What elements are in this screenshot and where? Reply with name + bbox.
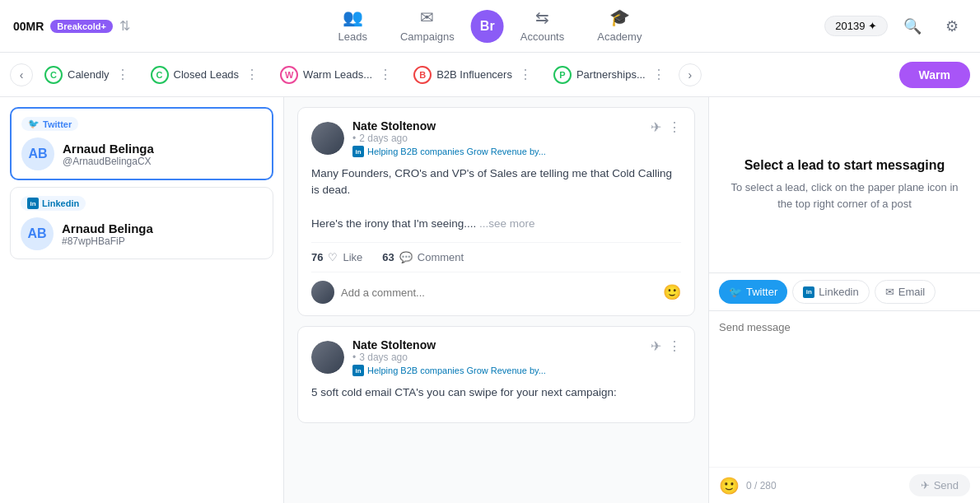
campaigns-icon: ✉ [420, 7, 434, 27]
post-dot-2: • [352, 352, 356, 363]
comment-count-1: 63 [382, 251, 394, 263]
tab-label-b2b: B2B Influencers [436, 68, 512, 81]
breakcold-badge[interactable]: Breakcold+ [50, 20, 113, 33]
accounts-icon: ⇆ [535, 7, 549, 27]
lead-info-linkedin: AB Arnaud Belinga #87wpHBaFiP [21, 217, 263, 250]
leads-icon: 👥 [343, 7, 363, 27]
tab-menu-b2b[interactable]: ⋮ [517, 67, 534, 82]
feed-panel: Nate Stoltenow • 2 days ago in Helping B… [284, 97, 708, 503]
tab-prev-button[interactable]: ‹ [10, 63, 33, 86]
channel-tabs: 🐦 Twitter in Linkedin ✉ Email [709, 273, 980, 311]
nav-brand: 00MR Breakcold+ ⇅ [13, 18, 130, 34]
nav-item-accounts[interactable]: ⇆ Accounts [504, 1, 581, 51]
like-button-1[interactable]: 76 ♡ Like [311, 251, 362, 263]
comment-input-1[interactable] [341, 286, 656, 299]
brand-text: 00MR [13, 20, 44, 33]
search-button[interactable]: 🔍 [898, 12, 927, 41]
email-channel-label: Email [898, 286, 926, 298]
messaging-title: Select a lead to start messaging [744, 158, 945, 173]
post-source-1: in Helping B2B companies Grow Revenue by… [352, 146, 546, 157]
post-header-1: Nate Stoltenow • 2 days ago in Helping B… [311, 119, 681, 157]
post-name-1: Nate Stoltenow [352, 119, 546, 133]
tab-menu-calendly[interactable]: ⋮ [114, 67, 131, 82]
tabs-row: ‹ C Calendly ⋮ C Closed Leads ⋮ W Warm L… [0, 53, 980, 97]
more-options-button-1[interactable]: ⋮ [668, 119, 681, 135]
lead-details-linkedin: Arnaud Belinga #87wpHBaFiP [62, 221, 153, 247]
post-header-2: Nate Stoltenow • 3 days ago in Helping B… [311, 338, 681, 376]
twitter-channel-label: Twitter [746, 286, 777, 298]
avatar-arnaud-linkedin: AB [21, 217, 54, 250]
nav-credits[interactable]: 20139 ✦ [824, 16, 888, 36]
linkedin-badge-label: Linkedin [42, 198, 79, 208]
warm-filter-button[interactable]: Warm [899, 62, 970, 88]
lead-card-arnaud-linkedin[interactable]: in Linkedin AB Arnaud Belinga #87wpHBaFi… [10, 187, 273, 259]
see-more-1[interactable]: ...see more [479, 217, 535, 230]
lead-name-linkedin: Arnaud Belinga [62, 221, 153, 235]
comment-button-1[interactable]: 63 💬 Comment [382, 251, 464, 263]
feed-post-1: Nate Stoltenow • 2 days ago in Helping B… [297, 107, 695, 316]
send-post-button-1[interactable]: ✈ [651, 119, 661, 135]
tab-warm-leads[interactable]: W Warm Leads... ⋮ [272, 61, 402, 89]
post-time-2: 3 days ago [359, 352, 408, 363]
message-area [709, 311, 980, 467]
linkedin-badge: in Linkedin [21, 196, 86, 211]
linkedin-icon: in [27, 198, 39, 209]
comment-icon-1: 💬 [399, 251, 413, 263]
chevron-right-icon: › [688, 68, 692, 82]
tab-circle-b2b: B [413, 66, 432, 84]
feed-post-2: Nate Stoltenow • 3 days ago in Helping B… [297, 326, 695, 423]
leads-panel: 🐦 Twitter AB Arnaud Belinga @ArnaudBelin… [0, 97, 284, 503]
linkedin-channel-label: Linkedin [819, 286, 858, 298]
lead-card-arnaud-twitter[interactable]: 🐦 Twitter AB Arnaud Belinga @ArnaudBelin… [10, 107, 273, 180]
tab-closed-leads[interactable]: C Closed Leads ⋮ [142, 61, 269, 89]
avatar-arnaud-twitter: AB [21, 137, 54, 170]
post-body-2: 5 soft cold email CTA's you can swipe fo… [311, 384, 681, 401]
emoji-picker-icon[interactable]: 🙂 [719, 476, 740, 496]
nav-links: 👥 Leads ✉ Campaigns Br ⇆ Accounts 🎓 Acad… [322, 1, 659, 51]
nav-item-leads[interactable]: 👥 Leads [322, 1, 384, 51]
like-count-1: 76 [311, 251, 323, 263]
messaging-panel: Select a lead to start messaging To sele… [708, 97, 980, 503]
heart-icon-1: ♡ [328, 251, 338, 263]
send-message-button[interactable]: ✈ Send [909, 474, 970, 496]
lead-name-twitter: Arnaud Belinga [63, 142, 154, 156]
message-footer: 🙂 0 / 280 ✈ Send [709, 467, 980, 503]
send-post-button-2[interactable]: ✈ [651, 338, 661, 354]
like-label-1: Like [343, 251, 362, 263]
tab-menu-warm-leads[interactable]: ⋮ [377, 67, 394, 82]
tab-next-button[interactable]: › [679, 63, 702, 86]
messaging-desc: To select a lead, click on the paper pla… [729, 179, 960, 212]
settings-button[interactable]: ⚙ [937, 12, 967, 41]
tab-partnerships[interactable]: P Partnerships... ⋮ [545, 61, 675, 89]
tab-menu-closed-leads[interactable]: ⋮ [244, 67, 260, 82]
comment-avatar-1 [311, 281, 334, 304]
nav-academy-label: Academy [597, 30, 642, 43]
twitter-channel-icon: 🐦 [729, 286, 742, 298]
nav-campaigns-label: Campaigns [400, 30, 455, 43]
lead-card-header-li: in Linkedin [21, 196, 263, 211]
tab-b2b-influencers[interactable]: B B2B Influencers ⋮ [405, 61, 542, 89]
nav-item-campaigns[interactable]: ✉ Campaigns [384, 1, 471, 51]
channel-tab-twitter[interactable]: 🐦 Twitter [719, 280, 787, 304]
post-author-info-1: Nate Stoltenow • 2 days ago in Helping B… [352, 119, 546, 157]
tab-calendly[interactable]: C Calendly ⋮ [36, 61, 139, 89]
emoji-button-1[interactable]: 🙂 [663, 283, 681, 301]
nav-item-academy[interactable]: 🎓 Academy [581, 1, 658, 51]
post-actions-2: ✈ ⋮ [651, 338, 681, 354]
post-avatar-2 [311, 341, 344, 374]
nav-br-circle[interactable]: Br [471, 10, 504, 43]
more-options-button-2[interactable]: ⋮ [668, 338, 681, 354]
post-source-text-1: Helping B2B companies Grow Revenue by... [367, 147, 546, 156]
post-author-2: Nate Stoltenow • 3 days ago in Helping B… [311, 338, 546, 376]
messaging-placeholder: Select a lead to start messaging To sele… [709, 97, 980, 273]
tab-circle-partnerships: P [553, 66, 572, 84]
channel-tab-email[interactable]: ✉ Email [875, 280, 936, 304]
post-dot-1: • [352, 133, 356, 144]
message-textarea[interactable] [719, 321, 970, 370]
chevron-up-down-icon[interactable]: ⇅ [119, 18, 130, 34]
tab-circle-closed-leads: C [151, 66, 169, 84]
tab-menu-partnerships[interactable]: ⋮ [651, 67, 667, 82]
twitter-badge-label: Twitter [43, 119, 72, 129]
post-body-line2-1: Here's the irony that I'm seeing.... [311, 217, 476, 230]
channel-tab-linkedin[interactable]: in Linkedin [792, 280, 869, 304]
